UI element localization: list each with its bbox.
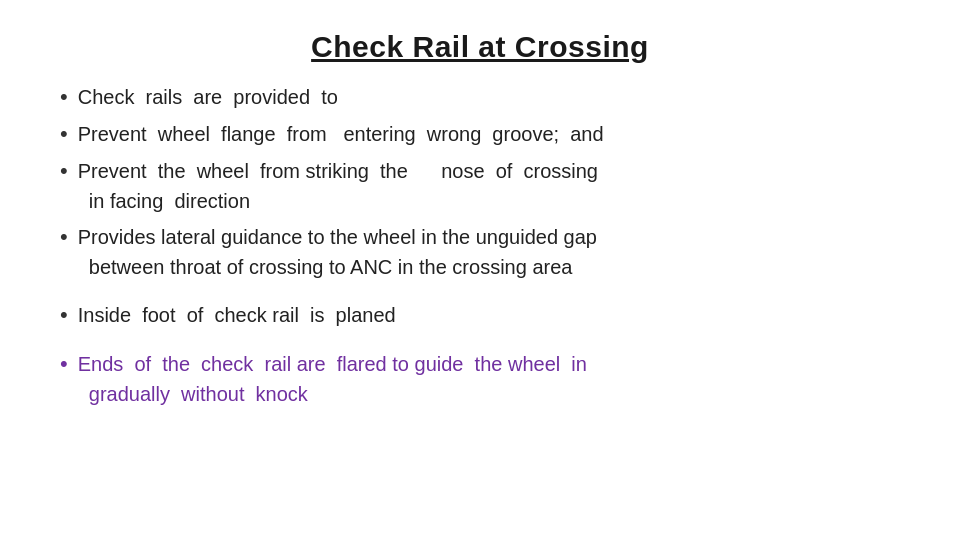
bullet-text: Prevent the wheel from striking the nose… [78, 160, 598, 182]
bullet-dot: • [60, 80, 68, 113]
bullet-text-block: Prevent the wheel from striking the nose… [78, 156, 598, 216]
bullet-text-continuation: gradually without knock [78, 383, 308, 405]
bullet-list: • Check rails are provided to • Prevent … [60, 82, 900, 415]
list-item: • Provides lateral guidance to the wheel… [60, 222, 900, 282]
list-item: • Prevent wheel flange from entering wro… [60, 119, 900, 150]
bullet-text-block: Ends of the check rail are flared to gui… [78, 349, 587, 409]
bullet-text: Ends of the check rail are flared to gui… [78, 353, 587, 375]
slide-container: Check Rail at Crossing • Check rails are… [0, 0, 960, 540]
list-item: • Inside foot of check rail is planed [60, 300, 900, 331]
bullet-dot: • [60, 347, 68, 380]
bullet-dot: • [60, 154, 68, 187]
bullet-text: Provides lateral guidance to the wheel i… [78, 226, 597, 248]
slide-title: Check Rail at Crossing [60, 30, 900, 64]
spacer [60, 288, 900, 300]
bullet-dot: • [60, 298, 68, 331]
bullet-text-continuation: in facing direction [78, 190, 250, 212]
list-item: • Ends of the check rail are flared to g… [60, 349, 900, 409]
bullet-dot: • [60, 220, 68, 253]
bullet-dot: • [60, 117, 68, 150]
list-item: • Prevent the wheel from striking the no… [60, 156, 900, 216]
bullet-text: Prevent wheel flange from entering wrong… [78, 119, 604, 149]
bullet-text-block: Provides lateral guidance to the wheel i… [78, 222, 597, 282]
bullet-text-continuation: between throat of crossing to ANC in the… [78, 256, 573, 278]
spacer [60, 337, 900, 349]
bullet-text: Inside foot of check rail is planed [78, 300, 396, 330]
list-item: • Check rails are provided to [60, 82, 900, 113]
bullet-text: Check rails are provided to [78, 82, 338, 112]
